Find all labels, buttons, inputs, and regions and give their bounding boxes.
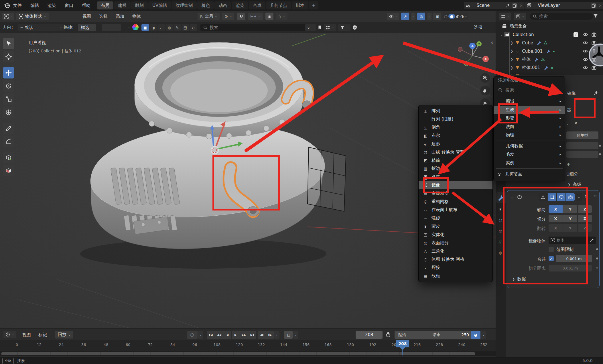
camera-icon[interactable] [592, 65, 596, 70]
eye-icon[interactable] [583, 65, 588, 70]
editor-type-button[interactable]: ⌄ [2, 13, 14, 20]
outliner-row-object[interactable]: ❯ 柱体.001 ▦ [496, 64, 603, 72]
bisect-z-button[interactable]: Z [578, 215, 592, 222]
toggle-realtime[interactable] [557, 193, 565, 201]
show-gizmo-dropdown[interactable]: ⌄ [387, 13, 399, 20]
tab-modifiers[interactable] [496, 192, 506, 203]
workspace-tab-script[interactable]: 脚本 [292, 1, 308, 9]
chevron-down-icon[interactable]: ⌄ [566, 122, 569, 125]
menu-item[interactable]: ◧布尔 [419, 131, 492, 140]
flip-y-button[interactable]: Y [563, 224, 577, 232]
workspace-tab-anim[interactable]: 动画 [214, 1, 231, 9]
options-dropdown[interactable]: 选项⌄ [474, 25, 486, 30]
menu-item[interactable]: ◬三角化 [419, 247, 492, 255]
bisect-distance-field[interactable]: 0.001 m [549, 265, 592, 271]
mode-icon-6[interactable]: ◇ [190, 24, 197, 31]
menu-view[interactable]: 视图 [82, 14, 91, 19]
mode-icon-3[interactable]: ◍ [165, 24, 173, 31]
axis-z-button[interactable]: Z [578, 205, 592, 213]
frame-step-dropdown[interactable]: ⌄ [274, 331, 279, 339]
eye-icon[interactable] [583, 32, 588, 37]
snap-settings-dropdown[interactable]: ⊢⊣⌄ [248, 13, 263, 20]
merge-checkbox[interactable]: ✓ [549, 256, 554, 261]
subdiv-simple-button[interactable]: 简单型 [566, 131, 598, 139]
workspace-tab-modeling[interactable]: 建模 [114, 1, 131, 9]
eyedropper-icon[interactable] [590, 238, 594, 242]
tab-particles[interactable]: ∗ [499, 207, 502, 211]
tab-data[interactable]: ▽ [499, 240, 502, 244]
prev-frame-button[interactable]: ◀▮ [258, 331, 266, 339]
mode-icon-5[interactable]: ▤ [182, 24, 189, 31]
collection-checkbox[interactable]: ✓ [574, 32, 578, 37]
toggle-edit-mode[interactable] [548, 193, 556, 201]
gizmos-toggle[interactable]: ↗ [401, 13, 409, 20]
menu-item[interactable]: ◩精简 [419, 156, 492, 165]
menu-item-normals[interactable]: 法向▸ [494, 123, 565, 131]
record-dropdown[interactable]: ⌄ [198, 331, 203, 339]
timeline-editor-type-button[interactable]: ⌄ [3, 331, 16, 338]
autokey-toggle[interactable]: ◕ [471, 331, 480, 339]
menu-item[interactable]: ◱建形 [419, 140, 492, 148]
advanced-section[interactable]: ❯高级 [568, 182, 581, 187]
playhead-lock-toggle[interactable]: ∩ [284, 331, 293, 339]
blender-logo-icon[interactable] [4, 2, 10, 9]
current-frame-field[interactable]: 208 [356, 331, 383, 339]
material-preview-ball-icon[interactable] [132, 24, 139, 30]
workspace-tab-uv[interactable]: UV编辑 [148, 1, 171, 9]
menu-select[interactable]: 选择 [99, 14, 108, 19]
menu-item[interactable]: ▤多级精度 [419, 189, 492, 198]
tool-cursor[interactable] [3, 51, 14, 62]
pin-icon[interactable] [593, 91, 598, 96]
bisect-y-button[interactable]: Y [563, 215, 577, 222]
pan-hand-button[interactable] [480, 86, 490, 95]
toolbar-search-input[interactable]: 搜索 [200, 24, 309, 31]
chevron-right-icon[interactable]: ❯ [511, 41, 513, 44]
mode-icon-4[interactable]: ✎ [174, 24, 181, 31]
menu-add[interactable]: 添加 [116, 14, 124, 19]
shading-material-icon[interactable]: ◐ [456, 14, 460, 19]
axis-x-button[interactable]: X [549, 205, 563, 213]
curve-falloff-dropdown[interactable]: ∪⌄ [305, 24, 316, 31]
menu-item[interactable]: ◗蒙皮 [419, 222, 492, 231]
new-viewlayer-button[interactable] [591, 3, 596, 8]
menu-item-deform[interactable]: 形变▸ [494, 114, 565, 123]
xray-toggle[interactable]: ▣ [433, 13, 441, 20]
menu-item[interactable]: ◔曲线 转换为 管形 [419, 148, 492, 156]
toggle-on-cage[interactable] [539, 193, 547, 201]
workspace-tab-render[interactable]: 渲染 [232, 1, 248, 9]
data-section[interactable]: ❯数据 [512, 276, 526, 282]
menu-file[interactable]: 文件 [13, 3, 22, 8]
menu-item[interactable]: ◵重构网格 [419, 198, 492, 206]
pin-icon[interactable] [506, 3, 510, 8]
shading-mode-switch[interactable]: ◌ ● ◐ ◑ ⌄ [443, 13, 468, 20]
gizmos-dropdown[interactable]: ⌄ [411, 13, 415, 20]
menu-item-mirror[interactable]: 镜像 [419, 181, 492, 189]
menu-render[interactable]: 渲染 [48, 3, 56, 8]
menu-item[interactable]: ▦线框 [419, 272, 492, 280]
menu-item[interactable]: ∵焊接 [419, 263, 492, 272]
flip-z-button[interactable]: Z [578, 224, 592, 232]
menu-item-physics[interactable]: 物理▸ [494, 131, 565, 139]
new-scene-button[interactable] [512, 3, 517, 8]
menu-item[interactable]: 阵列 (旧版) [419, 115, 492, 123]
menu-item[interactable]: ≈螺旋 [419, 214, 492, 222]
outliner-row-object[interactable]: ❯ Cube.001 ▪ [496, 47, 603, 55]
camera-icon[interactable] [592, 32, 596, 37]
snap-toggle[interactable] [237, 13, 245, 20]
workspace-tab-sculpt[interactable]: 雕刻 [131, 1, 148, 9]
modifier-extras-dropdown[interactable]: ⌄ [576, 193, 582, 201]
timeline-menu-marker[interactable]: 标记 [38, 332, 47, 338]
menu-window[interactable]: 窗口 [65, 3, 73, 8]
menu-item-hair[interactable]: 毛发▸ [494, 150, 565, 159]
collapse-panel-icon[interactable]: ‹ [491, 39, 493, 46]
tab-constraints[interactable]: ◎ [499, 229, 502, 233]
shading-rendered-icon[interactable]: ◑ [460, 14, 464, 19]
scene-selector[interactable]: ⌄ Scene × [464, 2, 525, 9]
mode-dropdown[interactable]: 物体模式⌄ [16, 13, 49, 20]
menu-item-geometry-nodes[interactable]: 几何节点 [494, 170, 565, 179]
proportional-falloff-dropdown[interactable]: ∩⌄ [276, 13, 287, 20]
bisect-x-button[interactable]: X [549, 215, 563, 222]
play-reverse-button[interactable]: ◀ [223, 331, 231, 339]
tool-add-cube[interactable] [3, 152, 14, 163]
menu-item[interactable]: ◌体积 转换为 网格 [419, 255, 492, 263]
